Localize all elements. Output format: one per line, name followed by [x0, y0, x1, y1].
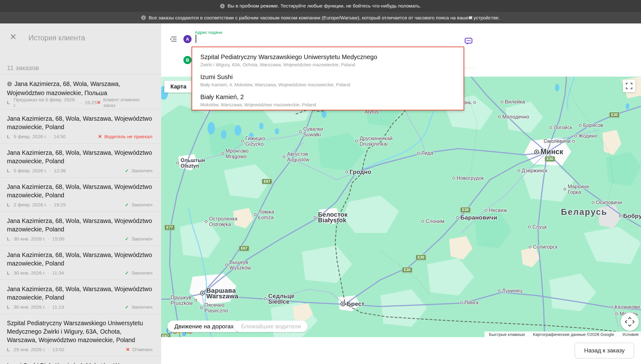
order-meta: L5 февр. 2026 г.·14:50✕Водитель не приех…	[7, 134, 152, 139]
status-text: Водитель не приехал	[105, 134, 152, 139]
pan-control[interactable]	[621, 313, 639, 331]
status-text: Клиент отменил заказ	[103, 97, 152, 108]
order-status: ✕Водитель не приехал	[98, 134, 152, 139]
info-icon: i	[220, 4, 225, 8]
dot-separator: ·	[49, 168, 51, 174]
order-status: ✕Клиент отменил заказ	[97, 97, 152, 108]
order-date: Предзаказ на 5 февр. 2026 г.	[13, 97, 78, 108]
timezone-banner: i Все заказы создаются в соответствии с …	[0, 12, 641, 23]
order-list-item[interactable]: Jana Kazimierza, 68, Wola, Warszawa, Woj…	[0, 177, 161, 211]
order-meta: LПредзаказ на 5 февр. 2026 г.·15:25✕Клие…	[7, 100, 152, 105]
order-list-item[interactable]: Jana Kazimierza, 68, Wola, Warszawa, Woj…	[0, 245, 161, 280]
point-b-badge: B	[183, 56, 192, 64]
order-meta: L5 февр. 2026 г.·12:36✓Закончен	[7, 168, 152, 174]
status-done-icon: ✓	[125, 236, 129, 242]
banner-close-icon[interactable]: ✕	[468, 15, 474, 21]
status-text: Закончен	[131, 168, 152, 174]
suggestion-title: Biały Kamień, 2	[200, 93, 455, 101]
dot-separator: ·	[49, 134, 51, 139]
status-text: Закончен	[131, 304, 152, 310]
address-suggestions-dropdown: Szpital Pediatryczny Warszawskiego Uniwe…	[192, 47, 464, 110]
status-text: Закончен	[131, 202, 152, 208]
app-root: i Вы в пробном режиме. Тестируйте любые …	[0, 0, 641, 364]
fullscreen-button[interactable]	[623, 80, 635, 92]
order-address: Jana Kazimierza, 68, Wola, Warszawa, Woj…	[7, 114, 152, 131]
order-status: ✕Отменен	[126, 347, 152, 352]
preorder-clock-icon	[7, 80, 12, 89]
dot-separator: ·	[48, 347, 50, 352]
suggestion-subtitle: Biały Kamień, 4, Mokotów, Warszawa, Woje…	[200, 82, 455, 88]
dot-separator: ·	[49, 202, 51, 208]
status-cancel-icon: ✕	[98, 134, 102, 139]
point-a-badge: A	[183, 35, 192, 43]
order-address: Szpital Pediatryczny Warszawskiego Uniwe…	[7, 319, 152, 344]
order-list-item[interactable]: Jana Kazimierza, 68, Wola, Warszawa, Woj…	[0, 211, 161, 245]
order-date: 30 янв. 2026 г.	[13, 304, 45, 310]
order-list-item[interactable]: Jana Kazimierza, 68, Wola, Warszawa, Woj…	[0, 280, 161, 314]
order-list-item[interactable]: Szpital Pediatryczny Warszawskiego Uniwe…	[0, 314, 161, 356]
order-status: ✓Закончен	[125, 202, 152, 208]
traffic-toggle-button[interactable]: Движение на дорогах	[167, 321, 241, 332]
suggestion-item[interactable]: Biały Kamień, 2Mokotów, Warszawa, Wojewó…	[192, 90, 464, 110]
status-text: Закончен	[131, 236, 152, 242]
back-to-order-button[interactable]: Назад к заказу	[575, 343, 634, 358]
order-meta: L30 янв. 2026 г.·11:13✓Закончен	[7, 304, 152, 310]
pickup-address-input[interactable]	[195, 34, 461, 43]
order-list-item[interactable]: Jana Kazimierza, 68, Wola, Warszawa, Woj…	[0, 74, 161, 109]
attribution-item[interactable]: Условия	[622, 332, 638, 337]
order-meta: L30 янв. 2026 г.·11:34✓Закончен	[7, 270, 152, 276]
nearest-drivers-button[interactable]: Ближайшие водители	[234, 321, 308, 332]
map-graphics	[161, 77, 641, 337]
order-time: 14:50	[54, 134, 66, 139]
suggestion-title: Izumi Sushi	[200, 73, 455, 81]
suggestion-title: Szpital Pediatryczny Warszawskiego Uniwe…	[200, 53, 455, 61]
tariff-letter: L	[7, 168, 10, 174]
order-list-item[interactable]: Jana Kazimierza, 68, Wola, Warszawa, Woj…	[0, 143, 161, 177]
chat-icon[interactable]	[464, 36, 474, 46]
tariff-letter: L	[7, 270, 10, 276]
order-status: ✓Закончен	[125, 304, 152, 310]
order-time: 13:02	[52, 347, 64, 352]
order-date: 30 янв. 2026 г.	[13, 270, 45, 276]
attribution-item[interactable]: Картографические данные ©2026 Google	[533, 332, 614, 337]
order-form-area: A Адрес подачи B	[161, 23, 641, 364]
tariff-letter: L	[7, 236, 10, 242]
map-attribution: Быстрые клавишиКартографические данные ©…	[485, 331, 641, 337]
dot-separator: ·	[48, 270, 50, 276]
order-meta: L29 янв. 2026 г.·13:02✕Отменен	[7, 347, 152, 352]
order-date: 2 февр. 2026 г.	[13, 202, 47, 208]
order-time: 12:36	[54, 168, 66, 174]
tariff-letter: L	[7, 100, 10, 105]
order-address: Jana Kazimierza, 68, Wola, Warszawa, Woj…	[7, 251, 152, 268]
suggestion-subtitle: Mokotów, Warszawa, Województwo mazowieck…	[200, 102, 455, 108]
map-canvas[interactable]: СувалкиSuwałkiГижицкоGiżyckoМронговоMrąg…	[161, 77, 641, 337]
order-time: 15:25	[85, 100, 97, 105]
order-date: 29 янв. 2026 г.	[13, 347, 45, 352]
timezone-banner-text: Все заказы создаются в соответствии с ра…	[149, 15, 500, 21]
order-address: Izumi Sushi Biały Kamień, 4, Mokotów, Wa…	[7, 361, 152, 364]
close-icon[interactable]: ✕	[9, 33, 18, 42]
collapse-route-icon[interactable]	[169, 35, 178, 43]
suggestion-item[interactable]: Izumi SushiBiały Kamień, 4, Mokotów, War…	[192, 70, 464, 90]
order-list-item[interactable]: Jana Kazimierza, 68, Wola, Warszawa, Woj…	[0, 109, 161, 143]
order-time: 11:13	[52, 304, 64, 310]
suggestion-subtitle: Żwirki i Wigury, 63A, Ochota, Warszawa, …	[200, 62, 455, 68]
order-date: 30 янв. 2026 г.	[13, 236, 45, 242]
order-address: Jana Kazimierza, 68, Wola, Warszawa, Woj…	[7, 217, 152, 234]
map-type-button[interactable]: Карта	[164, 81, 192, 93]
order-time: 19:25	[54, 202, 66, 208]
orders-count: 11 заказов	[7, 64, 39, 72]
status-done-icon: ✓	[125, 270, 129, 276]
order-meta: L30 янв. 2026 г.·15:00✓Закончен	[7, 236, 152, 242]
order-date: 5 февр. 2026 г.	[13, 134, 47, 139]
status-done-icon: ✓	[125, 304, 129, 310]
order-list-item[interactable]: Izumi Sushi Biały Kamień, 4, Mokotów, Wa…	[0, 356, 161, 364]
status-cancel-icon: ✕	[126, 347, 130, 352]
attribution-item[interactable]: Быстрые клавиши	[489, 332, 525, 337]
tariff-letter: L	[7, 202, 10, 208]
status-text: Отменен	[132, 347, 152, 352]
trial-mode-banner: i Вы в пробном режиме. Тестируйте любые …	[0, 0, 641, 12]
suggestion-item[interactable]: Szpital Pediatryczny Warszawskiego Uniwe…	[192, 50, 464, 70]
status-done-icon: ✓	[125, 202, 129, 208]
order-address: Jana Kazimierza, 68, Wola, Warszawa, Woj…	[7, 80, 152, 97]
